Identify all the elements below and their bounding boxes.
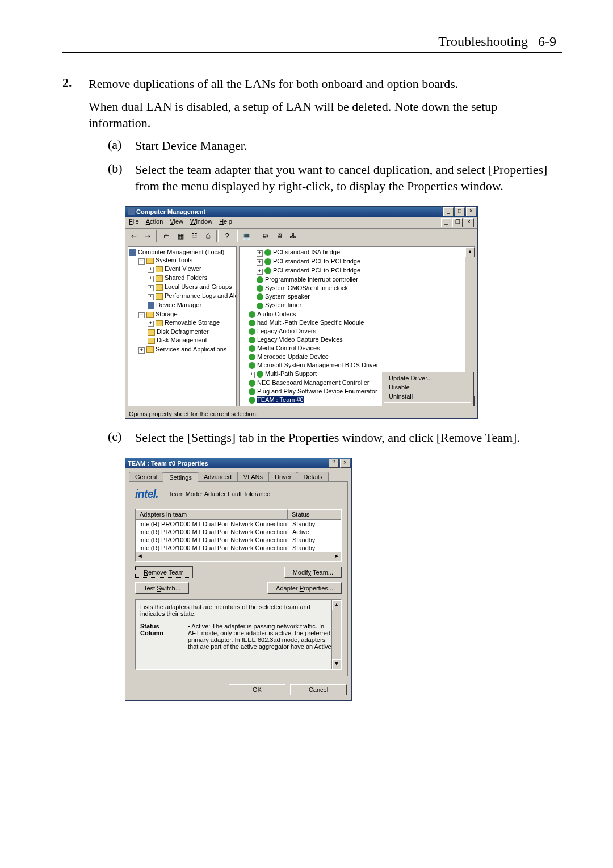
tab-driver[interactable]: Driver bbox=[268, 472, 297, 481]
print-button[interactable]: ⎙ bbox=[201, 230, 214, 242]
adapter-properties-button[interactable]: Adapter Properties... bbox=[267, 582, 342, 594]
dlg-title: TEAM : Team #0 Properties bbox=[128, 460, 329, 467]
device-list-panel[interactable]: +PCI standard ISA bridge+PCI standard PC… bbox=[239, 246, 475, 406]
adapter-row[interactable]: Intel(R) PRO/1000 MT Dual Port Network C… bbox=[136, 520, 341, 528]
device-icon bbox=[257, 303, 263, 309]
context-help-button[interactable]: ? bbox=[329, 459, 339, 468]
menu-view[interactable]: View bbox=[170, 218, 183, 227]
adapter-row[interactable]: Intel(R) PRO/1000 MT Dual Port Network C… bbox=[136, 528, 341, 536]
tree-removable-storage[interactable]: +Removable Storage bbox=[148, 318, 235, 328]
col-status[interactable]: Status bbox=[288, 509, 341, 519]
mdi-restore-button[interactable]: ❐ bbox=[452, 218, 463, 227]
adapter-row[interactable]: Intel(R) PRO/1000 MT Dual Port Network C… bbox=[136, 544, 341, 552]
ctx-disable[interactable]: Disable bbox=[383, 383, 472, 392]
help-button[interactable]: ? bbox=[221, 230, 233, 242]
device-icon-2[interactable]: 🖥 bbox=[273, 230, 285, 242]
scan-button[interactable]: 💻 bbox=[240, 230, 253, 242]
adapters-list[interactable]: Adapters in team Status Intel(R) PRO/100… bbox=[135, 509, 342, 562]
tree-system-tools[interactable]: −System Tools +Event Viewer +Shared Fold… bbox=[138, 256, 235, 310]
menu-file[interactable]: File bbox=[129, 218, 139, 227]
device-icon bbox=[257, 371, 263, 378]
maximize-button[interactable]: □ bbox=[455, 207, 465, 216]
device-icon-3[interactable]: 🖧 bbox=[287, 230, 299, 242]
test-switch-button[interactable]: Test Switch... bbox=[135, 582, 189, 594]
remove-team-button[interactable]: Remove Team bbox=[135, 567, 192, 578]
minimize-button[interactable]: _ bbox=[443, 207, 454, 216]
help-box: Lists the adapters that are members of t… bbox=[135, 599, 342, 670]
device-item[interactable]: Programmable interrupt controller bbox=[257, 275, 473, 284]
menu-help[interactable]: Help bbox=[219, 218, 232, 227]
folder-icon bbox=[146, 346, 154, 353]
close-button[interactable]: × bbox=[340, 459, 350, 468]
device-icon bbox=[249, 328, 255, 335]
tree-shared-folders[interactable]: +Shared Folders bbox=[148, 274, 235, 283]
show-hide-button[interactable]: ▦ bbox=[174, 230, 187, 242]
tab-settings[interactable]: Settings bbox=[163, 472, 198, 482]
device-item[interactable]: Audio Codecs bbox=[249, 310, 473, 318]
device-item[interactable]: Legacy Audio Drivers bbox=[249, 327, 473, 336]
header-rule bbox=[62, 52, 562, 53]
dlg-title-bar[interactable]: TEAM : Team #0 Properties ? × bbox=[125, 458, 351, 468]
mmc-title-bar[interactable]: Computer Management _ □ × bbox=[125, 207, 477, 217]
horizontal-scrollbar[interactable]: ◄► bbox=[136, 552, 341, 561]
tree-disk-defrag[interactable]: Disk Defragmenter bbox=[148, 328, 235, 336]
ctx-uninstall[interactable]: Uninstall bbox=[383, 392, 472, 401]
device-icon bbox=[249, 362, 255, 369]
device-item[interactable]: System timer bbox=[257, 301, 473, 309]
adapter-row[interactable]: Intel(R) PRO/1000 MT Dual Port Network C… bbox=[136, 536, 341, 544]
substep-c-label: (c) bbox=[108, 429, 135, 450]
device-item[interactable]: Media Control Devices bbox=[249, 344, 473, 353]
cancel-button[interactable]: Cancel bbox=[290, 684, 347, 695]
substep-c-text: Select the [Settings] tab in the Propert… bbox=[135, 429, 562, 446]
device-item[interactable]: Legacy Video Capture Devices bbox=[249, 336, 473, 344]
back-button[interactable]: ⇐ bbox=[128, 230, 140, 242]
device-item[interactable]: Microsoft System Management BIOS Driver bbox=[249, 361, 473, 370]
modify-team-button[interactable]: Modify Team... bbox=[284, 567, 342, 578]
step-number: 2. bbox=[62, 76, 89, 711]
tree-services-apps[interactable]: +Services and Applications bbox=[138, 345, 235, 354]
device-icon bbox=[264, 249, 271, 256]
ctx-update-driver[interactable]: Update Driver... bbox=[383, 374, 472, 383]
mdi-close-button[interactable]: × bbox=[464, 218, 474, 227]
tab-vlans[interactable]: VLANs bbox=[237, 472, 269, 481]
help-scrollbar[interactable]: ▲▼ bbox=[331, 600, 341, 669]
up-tree-button[interactable]: 🗀 bbox=[161, 230, 173, 242]
tree-panel[interactable]: Computer Management (Local) −System Tool… bbox=[128, 246, 237, 406]
ok-button[interactable]: OK bbox=[229, 684, 285, 695]
tab-advanced[interactable]: Advanced bbox=[198, 472, 238, 481]
device-icon bbox=[249, 337, 255, 343]
device-icon-1[interactable]: 🖳 bbox=[259, 230, 272, 242]
substep-b-label: (b) bbox=[108, 161, 135, 198]
device-item[interactable]: +PCI standard PCI-to-PCI bridge bbox=[257, 257, 473, 266]
device-icon bbox=[249, 320, 255, 326]
device-item[interactable]: had Multi-Path Device Specific Module bbox=[249, 318, 473, 327]
scroll-down-icon[interactable]: ▼ bbox=[332, 659, 341, 669]
tree-storage[interactable]: −Storage +Removable Storage Disk Defragm… bbox=[138, 310, 235, 345]
tab-general[interactable]: General bbox=[129, 472, 163, 481]
tree-root[interactable]: Computer Management (Local) −System Tool… bbox=[129, 248, 235, 354]
device-item[interactable]: +PCI standard ISA bridge bbox=[257, 248, 473, 257]
tree-event-viewer[interactable]: +Event Viewer bbox=[148, 265, 235, 274]
folder-icon bbox=[156, 284, 163, 291]
tree-disk-mgmt[interactable]: Disk Management bbox=[148, 336, 235, 345]
folder-icon bbox=[156, 320, 163, 326]
device-item[interactable]: System CMOS/real time clock bbox=[257, 284, 473, 292]
device-item[interactable]: +PCI standard PCI-to-PCI bridge bbox=[257, 266, 473, 275]
tree-local-users[interactable]: +Local Users and Groups bbox=[148, 283, 235, 292]
tree-perf-logs[interactable]: +Performance Logs and Alerts bbox=[148, 292, 235, 301]
col-adapters[interactable]: Adapters in team bbox=[136, 509, 288, 519]
close-button[interactable]: × bbox=[466, 207, 476, 216]
menu-action[interactable]: Action bbox=[146, 218, 163, 227]
substep-a-text: Start Device Manager. bbox=[135, 137, 562, 154]
properties-button[interactable]: ☳ bbox=[188, 230, 200, 242]
scroll-up-icon[interactable]: ▲ bbox=[332, 600, 341, 610]
scroll-up-icon[interactable]: ▲ bbox=[465, 247, 475, 257]
team-mode-label: Team Mode: Adapter Fault Tolerance bbox=[169, 490, 271, 497]
menu-window[interactable]: Window bbox=[190, 218, 212, 227]
mdi-minimize-button[interactable]: _ bbox=[441, 218, 451, 227]
forward-button[interactable]: ⇒ bbox=[141, 230, 154, 242]
device-item[interactable]: Microcode Update Device bbox=[249, 353, 473, 361]
tab-details[interactable]: Details bbox=[297, 472, 329, 481]
tree-device-manager[interactable]: Device Manager bbox=[148, 301, 235, 309]
device-item[interactable]: System speaker bbox=[257, 292, 473, 301]
